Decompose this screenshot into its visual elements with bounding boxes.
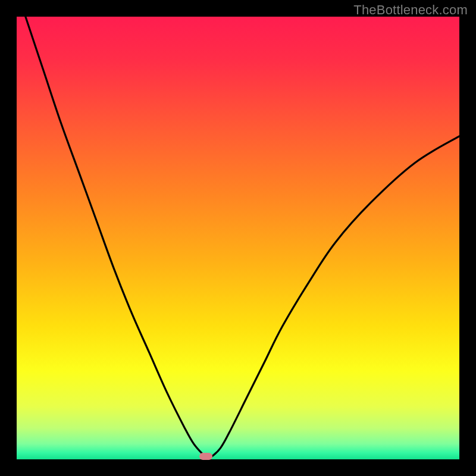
plot-area [17,17,459,459]
plot-svg [17,17,459,459]
watermark-text: TheBottleneck.com [353,2,468,18]
min-marker [199,453,212,460]
gradient-background [17,17,459,459]
chart-frame: TheBottleneck.com [0,0,476,476]
